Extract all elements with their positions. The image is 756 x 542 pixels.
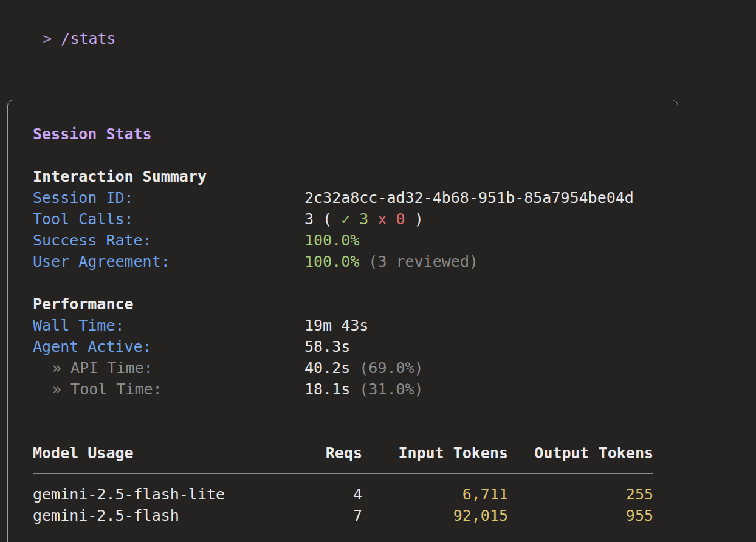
api-time-seconds: 40.2s bbox=[304, 359, 350, 377]
user-agreement-label: User Agreement: bbox=[33, 251, 304, 272]
session-id-label: Session ID: bbox=[33, 187, 304, 208]
wall-time-value: 19m 43s bbox=[304, 315, 368, 336]
tool-calls-row: Tool Calls: 3 ( ✓ 3 x 0 ) bbox=[33, 208, 653, 230]
session-id-value: 2c32a8cc-ad32-4b68-951b-85a7954be04d bbox=[304, 187, 634, 208]
output-tokens-value: 255 bbox=[508, 484, 653, 505]
success-rate-label: Success Rate: bbox=[33, 230, 304, 251]
reqs-value: 4 bbox=[271, 484, 362, 505]
command-text: /stats bbox=[61, 30, 115, 47]
agent-active-value: 58.3s bbox=[304, 336, 350, 357]
api-time-row: » API Time: 40.2s (69.0%) bbox=[33, 357, 653, 379]
user-agreement-value: 100.0% (3 reviewed) bbox=[304, 251, 478, 272]
table-divider bbox=[33, 473, 653, 474]
output-tokens-header: Output Tokens bbox=[508, 442, 653, 464]
tool-calls-value: 3 ( ✓ 3 x 0 ) bbox=[304, 208, 424, 230]
agent-active-label: Agent Active: bbox=[33, 336, 304, 357]
tool-calls-total: 3 ( bbox=[304, 210, 341, 228]
prompt-symbol: > bbox=[43, 30, 61, 47]
agent-active-row: Agent Active: 58.3s bbox=[33, 336, 653, 357]
model-usage-heading: Model Usage bbox=[33, 442, 271, 464]
panel-title: Session Stats bbox=[33, 123, 653, 145]
tool-time-value: 18.1s (31.0%) bbox=[304, 379, 424, 400]
table-row: gemini-2.5-flash-lite 4 6,711 255 bbox=[33, 484, 653, 505]
model-usage-header-row: Model Usage Reqs Input Tokens Output Tok… bbox=[33, 442, 653, 464]
api-time-value: 40.2s (69.0%) bbox=[304, 357, 424, 379]
interaction-summary-heading: Interaction Summary bbox=[33, 166, 653, 187]
wall-time-label: Wall Time: bbox=[33, 315, 304, 336]
tool-calls-fail: x 0 bbox=[368, 210, 405, 228]
success-rate-row: Success Rate: 100.0% bbox=[33, 230, 653, 251]
table-row: gemini-2.5-flash 7 92,015 955 bbox=[33, 505, 653, 526]
model-usage-table: Model Usage Reqs Input Tokens Output Tok… bbox=[33, 442, 653, 526]
tool-calls-close: ) bbox=[405, 210, 424, 228]
model-name: gemini-2.5-flash-lite bbox=[33, 484, 271, 505]
success-rate-value: 100.0% bbox=[304, 230, 359, 251]
session-id-row: Session ID: 2c32a8cc-ad32-4b68-951b-85a7… bbox=[33, 187, 653, 208]
output-tokens-value: 955 bbox=[508, 505, 653, 526]
model-name: gemini-2.5-flash bbox=[33, 505, 271, 526]
reqs-value: 7 bbox=[271, 505, 362, 526]
user-agreement-percent: 100.0% bbox=[304, 253, 359, 270]
user-agreement-note: (3 reviewed) bbox=[359, 253, 478, 270]
input-tokens-header: Input Tokens bbox=[362, 442, 508, 464]
user-agreement-row: User Agreement: 100.0% (3 reviewed) bbox=[33, 251, 653, 272]
tool-time-percent: (31.0%) bbox=[350, 380, 423, 398]
tool-time-seconds: 18.1s bbox=[304, 380, 350, 398]
command-line: > /stats bbox=[0, 0, 756, 68]
tool-time-row: » Tool Time: 18.1s (31.0%) bbox=[33, 379, 653, 400]
session-stats-panel: Session Stats Interaction Summary Sessio… bbox=[7, 100, 678, 542]
tool-calls-success: ✓ 3 bbox=[341, 210, 368, 228]
wall-time-row: Wall Time: 19m 43s bbox=[33, 315, 653, 336]
input-tokens-value: 92,015 bbox=[362, 505, 508, 526]
input-tokens-value: 6,711 bbox=[362, 484, 508, 505]
reqs-header: Reqs bbox=[271, 442, 362, 464]
performance-heading: Performance bbox=[33, 293, 653, 315]
api-time-percent: (69.0%) bbox=[350, 359, 423, 377]
tool-time-label: » Tool Time: bbox=[33, 379, 304, 400]
tool-calls-label: Tool Calls: bbox=[33, 208, 304, 230]
api-time-label: » API Time: bbox=[33, 357, 304, 379]
terminal-screen: > /stats Session Stats Interaction Summa… bbox=[0, 0, 756, 542]
